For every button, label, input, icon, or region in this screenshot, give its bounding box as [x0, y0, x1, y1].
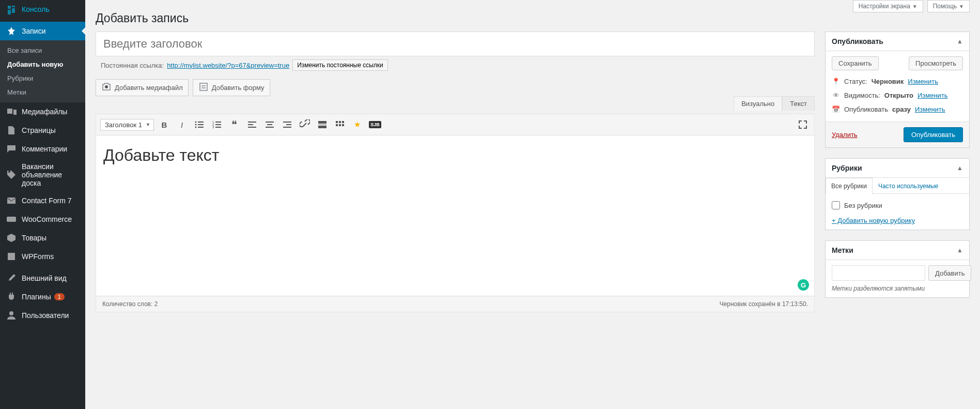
add-media-button[interactable]: Добавить медиафайл — [96, 79, 189, 96]
post-title-input[interactable] — [96, 32, 815, 56]
save-draft-button[interactable]: Сохранить — [832, 56, 879, 70]
eye-icon: 👁 — [832, 92, 840, 99]
format-selector[interactable]: Заголовок 1 — [100, 119, 154, 131]
sidebar-users[interactable]: Пользователи — [0, 306, 85, 325]
svg-rect-3 — [200, 83, 207, 90]
label: WooCommerce — [22, 215, 72, 223]
label: Плагины — [22, 293, 51, 301]
svg-rect-9 — [198, 124, 204, 125]
draft-saved: Черновик сохранён в 17:13:50. — [720, 300, 808, 308]
add-tag-button[interactable]: Добавить — [928, 265, 971, 281]
quote-button[interactable]: ❝ — [227, 117, 242, 132]
svg-rect-23 — [266, 127, 274, 128]
svg-point-2 — [105, 85, 108, 88]
svg-rect-0 — [7, 217, 16, 222]
grammarly-icon[interactable]: G — [798, 279, 809, 291]
add-form-button[interactable]: Добавить форму — [193, 79, 270, 96]
svg-rect-25 — [286, 124, 291, 125]
woo-icon — [6, 214, 17, 224]
fullscreen-button[interactable] — [796, 117, 810, 132]
sub-categories[interactable]: Рубрики — [0, 71, 85, 85]
tab-text[interactable]: Текст — [782, 96, 815, 111]
align-left-button[interactable] — [245, 117, 259, 132]
toggle-icon[interactable]: ▲ — [957, 38, 963, 45]
help-tab[interactable]: Помощь▼ — [927, 0, 970, 12]
italic-button[interactable]: I — [175, 117, 189, 132]
svg-rect-34 — [339, 124, 341, 126]
svg-rect-27 — [318, 121, 326, 124]
sidebar-plugins[interactable]: Плагины 1 — [0, 287, 85, 306]
svg-point-10 — [195, 127, 196, 128]
tab-visual[interactable]: Визуально — [734, 96, 782, 111]
category-item[interactable]: Без рубрики — [832, 199, 963, 211]
publish-button[interactable]: Опубликовать — [904, 127, 963, 142]
mail-icon — [6, 195, 17, 206]
svg-rect-21 — [266, 122, 274, 123]
svg-point-1 — [9, 311, 13, 315]
star-icon[interactable]: ★ — [350, 117, 365, 132]
align-center-button[interactable] — [262, 117, 277, 132]
bold-button[interactable]: B — [157, 117, 172, 132]
svg-rect-31 — [339, 121, 341, 123]
editor-body[interactable]: Добавьте текст G — [96, 135, 814, 296]
brush-icon — [6, 273, 17, 283]
tag-input[interactable] — [832, 265, 925, 281]
plug-icon — [6, 292, 17, 302]
media-icon — [6, 107, 17, 117]
bullet-list-button[interactable] — [192, 117, 207, 132]
svg-rect-35 — [342, 124, 344, 126]
sidebar-woocommerce[interactable]: WooCommerce — [0, 210, 85, 229]
label: Вакансии объявление доска — [22, 162, 79, 187]
delete-link[interactable]: Удалить — [832, 131, 858, 139]
svg-rect-11 — [198, 127, 204, 128]
sidebar-media[interactable]: Медиафайлы — [0, 102, 85, 121]
sub-tags[interactable]: Метки — [0, 85, 85, 99]
sidebar-products[interactable]: Товары — [0, 229, 85, 247]
edit-status-link[interactable]: Изменить — [908, 78, 938, 85]
align-right-button[interactable] — [280, 117, 294, 132]
sidebar-console[interactable]: Консоль — [0, 0, 85, 19]
svg-rect-33 — [336, 124, 338, 126]
toggle-icon[interactable]: ▲ — [957, 247, 963, 254]
plugins-badge: 1 — [54, 293, 65, 300]
chevron-down-icon: ▼ — [959, 4, 964, 9]
readmore-button[interactable] — [315, 117, 330, 132]
toolbar-toggle-button[interactable] — [333, 117, 347, 132]
sidebar-comments[interactable]: Комментарии — [0, 140, 85, 158]
screen-options-tab[interactable]: Настройки экрана▼ — [853, 0, 923, 12]
sidebar-appearance[interactable]: Внешний вид — [0, 269, 85, 287]
permalink-url[interactable]: http://mylist.website/?p=67&preview=true — [167, 62, 289, 69]
sub-all-posts[interactable]: Все записи — [0, 43, 85, 57]
label: Товары — [22, 234, 46, 242]
svg-rect-18 — [248, 122, 256, 123]
calendar-icon: 📅 — [832, 105, 840, 113]
tag-hint: Метки разделяются запятыми — [832, 285, 963, 292]
svg-rect-19 — [248, 124, 253, 125]
link-button[interactable] — [298, 117, 312, 132]
sidebar-pages[interactable]: Страницы — [0, 121, 85, 140]
sjb-button[interactable]: SJB — [368, 117, 382, 132]
toggle-icon[interactable]: ▲ — [957, 164, 963, 172]
svg-rect-30 — [336, 121, 338, 123]
sidebar-jobs[interactable]: Вакансии объявление доска — [0, 158, 85, 191]
tags-box: Метки ▲ Добавить Метки разделяются запят… — [825, 240, 970, 298]
sidebar-posts[interactable]: Записи — [0, 22, 85, 40]
sidebar-cf7[interactable]: Contact Form 7 — [0, 191, 85, 210]
edit-schedule-link[interactable]: Изменить — [915, 105, 945, 113]
tab-most-used[interactable]: Часто используемые — [873, 178, 944, 194]
svg-rect-13 — [215, 122, 221, 123]
edit-visibility-link[interactable]: Изменить — [917, 92, 948, 99]
sidebar-wpforms[interactable]: WPForms — [0, 247, 85, 266]
editor-status-bar: Количество слов: 2 Черновик сохранён в 1… — [96, 296, 814, 312]
tags-title: Метки — [832, 246, 853, 254]
svg-rect-17 — [215, 127, 221, 128]
tab-all-categories[interactable]: Все рубрики — [826, 178, 873, 194]
sub-add-new[interactable]: Добавить новую — [0, 57, 85, 71]
add-category-link[interactable]: + Добавить новую рубрику — [832, 217, 963, 224]
categories-box: Рубрики ▲ Все рубрики Часто используемые… — [825, 158, 970, 230]
category-checkbox[interactable] — [832, 201, 840, 209]
dashboard-icon — [6, 4, 17, 14]
numbered-list-button[interactable]: 123 — [210, 117, 224, 132]
edit-permalink-button[interactable]: Изменить постоянные ссылки — [292, 59, 388, 71]
preview-button[interactable]: Просмотреть — [909, 56, 963, 70]
